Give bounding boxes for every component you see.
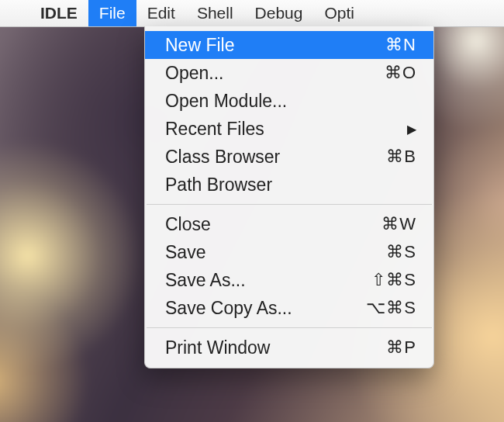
menubar-item-label: Debug [255, 4, 303, 22]
menu-item-shortcut: ⌘S [354, 242, 416, 262]
menu-item-recent-files[interactable]: Recent Files▶ [145, 115, 433, 143]
menu-item-shortcut: ⌘N [354, 35, 416, 55]
menubar-item-debug[interactable]: Debug [244, 0, 314, 26]
menu-item-label: Save Copy As... [165, 298, 354, 319]
app-menu[interactable]: IDLE [29, 0, 88, 26]
app-name-label: IDLE [40, 4, 78, 22]
menu-item-label: Save As... [165, 270, 354, 291]
menubar-item-label: Edit [147, 4, 175, 22]
menu-item-shortcut: ⇧⌘S [354, 270, 416, 290]
menubar-item-label: Opti [324, 4, 354, 22]
menu-item-open[interactable]: Open...⌘O [145, 59, 433, 87]
menu-item-save-as[interactable]: Save As...⇧⌘S [145, 266, 433, 294]
menu-item-label: Open Module... [165, 91, 354, 112]
menu-item-label: Save [165, 242, 354, 263]
menubar-item-shell[interactable]: Shell [186, 0, 244, 26]
menu-item-label: Recent Files [165, 119, 401, 140]
menubar-item-file[interactable]: File [88, 0, 136, 26]
submenu-arrow-icon: ▶ [407, 122, 416, 137]
menu-item-shortcut: ⌘B [354, 147, 416, 167]
menu-item-label: New File [165, 35, 354, 56]
menu-item-label: Open... [165, 63, 354, 84]
menu-item-save[interactable]: Save⌘S [145, 238, 433, 266]
menu-item-close[interactable]: Close⌘W [145, 210, 433, 238]
menu-item-print-window[interactable]: Print Window⌘P [145, 334, 433, 361]
menu-item-path-browser[interactable]: Path Browser [145, 171, 433, 199]
menubar-item-edit[interactable]: Edit [136, 0, 186, 26]
menu-item-label: Close [165, 214, 354, 235]
menu-item-save-copy-as[interactable]: Save Copy As...⌥⌘S [145, 294, 433, 322]
apple-menu[interactable] [0, 0, 29, 26]
menubar-item-opti[interactable]: Opti [313, 0, 365, 26]
menu-item-shortcut: ⌘P [354, 337, 416, 358]
menu-item-label: Class Browser [165, 147, 354, 168]
file-menu-dropdown: New File⌘NOpen...⌘OOpen Module...Recent … [144, 26, 434, 368]
menu-item-label: Path Browser [165, 175, 354, 195]
menu-item-shortcut: ⌘O [354, 63, 416, 83]
menubar-item-label: File [99, 4, 126, 22]
menu-separator [147, 327, 432, 328]
menubar-item-label: Shell [197, 4, 233, 22]
menu-item-open-module[interactable]: Open Module... [145, 87, 433, 115]
menu-item-class-browser[interactable]: Class Browser⌘B [145, 143, 433, 171]
menu-item-new-file[interactable]: New File⌘N [145, 31, 433, 59]
menubar: IDLE FileEditShellDebugOpti [0, 0, 504, 27]
menu-separator [147, 204, 432, 205]
menu-item-shortcut: ⌘W [354, 214, 416, 234]
menu-item-shortcut: ⌥⌘S [354, 298, 416, 318]
menu-item-label: Print Window [165, 337, 354, 358]
